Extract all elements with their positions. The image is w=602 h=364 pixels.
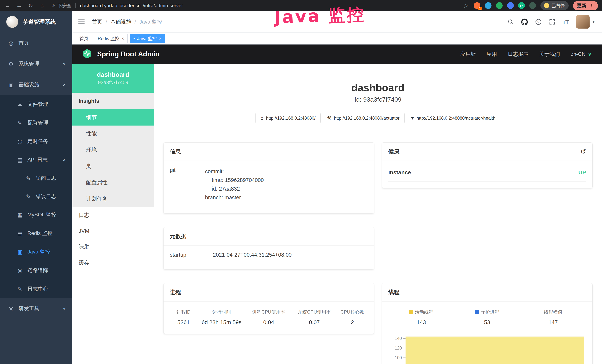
address-bar[interactable]: ⚠ 不安全 dashboard.yudao.iocoder.cn/infra/a…: [52, 3, 458, 9]
sba-nav-applications[interactable]: 应用: [487, 51, 497, 58]
extension-fox-icon[interactable]: 1: [474, 2, 480, 9]
edit-icon: ✎: [16, 120, 23, 126]
sidebar-item-file-management[interactable]: ☁ 文件管理: [0, 95, 72, 114]
app-shell: 芋道管理系统 ◎ 首页 ⚙ 系统管理 ∨ ▣ 基础设施 ∧ ☁ 文件管理: [0, 11, 602, 364]
service-url-link[interactable]: ⌂ http://192.168.0.2:48080/: [256, 113, 321, 123]
sba-language-select[interactable]: zh-CN ∨: [571, 51, 592, 57]
sidebar-item-infrastructure[interactable]: ▣ 基础设施 ∧: [0, 74, 72, 95]
bookmark-star-icon[interactable]: ☆: [462, 2, 469, 9]
sba-item-environment[interactable]: 环境: [72, 142, 154, 158]
health-url-link[interactable]: ♥ http://192.168.0.2:48080/actuator/heal…: [406, 113, 500, 123]
actuator-url-link[interactable]: ⚒ http://192.168.0.2:48080/actuator: [322, 113, 405, 123]
extension-on-toggle-icon[interactable]: on: [518, 2, 525, 9]
security-warning[interactable]: ⚠ 不安全: [52, 3, 71, 9]
git-id-line: id: 27aa832: [205, 184, 264, 193]
sidebar-item-system-management[interactable]: ⚙ 系统管理 ∨: [0, 54, 72, 74]
history-icon[interactable]: ↺: [580, 148, 586, 155]
sidebar-collapse-icon[interactable]: [78, 19, 85, 25]
sba-item-details[interactable]: 细节: [72, 109, 154, 126]
sba-item-mappings[interactable]: 映射: [72, 238, 154, 255]
sba-item-config-props[interactable]: 配置属性: [72, 174, 154, 191]
sidebar-logo[interactable]: 芋道管理系统: [0, 11, 72, 33]
link-url: http://192.168.0.2:48080/actuator: [334, 116, 399, 121]
tags-view-bar: 首页 Redis 监控 × ● Java 监控 ×: [72, 33, 602, 44]
sidebar-item-label: 文件管理: [27, 101, 48, 108]
stat-header: 运行时间: [197, 309, 246, 315]
sba-item-caches[interactable]: 缓存: [72, 255, 154, 271]
dashboard-icon: ◎: [7, 40, 14, 46]
browser-home-button[interactable]: ⌂: [39, 2, 46, 9]
sba-nav-journal[interactable]: 日志报表: [508, 51, 528, 58]
close-icon[interactable]: ×: [159, 36, 161, 41]
sba-nav-about[interactable]: 关于我们: [539, 51, 560, 58]
sba-brand-title[interactable]: Spring Boot Admin: [97, 50, 160, 58]
info-value: commit: time: 1596289704000 id: 27aa832 …: [205, 167, 264, 202]
user-avatar[interactable]: [576, 15, 590, 29]
sidebar-item-java-monitor[interactable]: ▣ Java 监控: [0, 243, 72, 261]
close-icon[interactable]: ×: [121, 36, 124, 41]
sidebar-item-redis-monitor[interactable]: ▤ Redis 监控: [0, 224, 72, 243]
threads-card: 线程 活动线程 143: [382, 283, 592, 364]
sidebar-item-log-center[interactable]: ✎ 日志中心: [0, 280, 72, 298]
y-tick-120: 120: [395, 346, 402, 351]
browser-update-button[interactable]: 更新 ⋮: [573, 1, 598, 11]
extension-tree-icon[interactable]: [529, 2, 536, 9]
sidebar-item-scheduled-tasks[interactable]: ◷ 定时任务: [0, 132, 72, 150]
health-row-instance[interactable]: Instance UP: [388, 167, 586, 182]
chevron-up-icon: ∧: [63, 158, 66, 162]
sidebar-item-home[interactable]: ◎ 首页: [0, 33, 72, 54]
face-emoji-icon: [544, 3, 549, 8]
fullscreen-icon[interactable]: [549, 19, 555, 25]
avatar-caret-icon[interactable]: ▾: [592, 20, 595, 24]
github-icon[interactable]: [521, 19, 528, 25]
extension-drop-icon[interactable]: [485, 2, 492, 9]
browser-back-button[interactable]: ←: [4, 2, 11, 9]
tab-java-monitor[interactable]: ● Java 监控 ×: [130, 34, 165, 43]
search-icon[interactable]: [507, 19, 514, 25]
sba-item-logs[interactable]: 日志: [72, 207, 154, 224]
sba-sidebar: dashboard 93a3fc7f7409 Insights 细节 性能 环境…: [72, 64, 154, 364]
legend-label: 守护进程: [481, 309, 499, 315]
tab-home[interactable]: 首页: [76, 34, 92, 43]
page-subtitle: Id: 93a3fc7f7409: [163, 96, 592, 103]
stat-system-cpu: 系统CPU使用率 0.07: [291, 309, 337, 325]
update-label: 更新: [577, 2, 586, 9]
info-row-git: git commit: time: 1596289704000 id: 27aa…: [170, 167, 368, 207]
metadata-key: startup: [170, 252, 213, 258]
sidebar-item-mysql-monitor[interactable]: ▦ MySQL 监控: [0, 205, 72, 224]
sidebar-item-access-logs[interactable]: ✎ 访问日志: [0, 169, 72, 187]
font-size-icon[interactable]: тT: [563, 19, 569, 25]
sba-item-jvm[interactable]: JVM: [72, 224, 154, 238]
breadcrumb-infrastructure[interactable]: 基础设施: [110, 18, 131, 25]
extension-grid-icon[interactable]: [507, 2, 514, 9]
language-label: zh-CN: [571, 51, 585, 57]
card-title: 线程: [388, 289, 399, 296]
breadcrumb-home[interactable]: 首页: [92, 18, 102, 25]
sidebar-item-tracing[interactable]: ◉ 链路追踪: [0, 261, 72, 280]
legend-label: 活动线程: [415, 309, 433, 315]
health-instance-label: Instance: [388, 169, 411, 176]
instance-links: ⌂ http://192.168.0.2:48080/ ⚒ http://192…: [163, 113, 592, 123]
sidebar-item-devtools[interactable]: ⚒ 研发工具 ∨: [0, 298, 72, 319]
browser-reload-button[interactable]: ↻: [27, 2, 34, 9]
paused-extension-pill[interactable]: 已暂停: [540, 1, 569, 10]
clock-icon: ◷: [16, 138, 23, 145]
instance-header[interactable]: dashboard 93a3fc7f7409: [72, 64, 154, 93]
tab-redis-monitor[interactable]: Redis 监控 ×: [94, 34, 128, 43]
sba-item-scheduled-tasks[interactable]: 计划任务: [72, 191, 154, 207]
extension-green-icon[interactable]: [496, 2, 503, 9]
sba-nav-wallboard[interactable]: 应用墙: [460, 51, 476, 58]
sba-item-classes[interactable]: 类: [72, 158, 154, 174]
toolbox-icon: ⚒: [7, 305, 14, 312]
help-icon[interactable]: ?: [535, 19, 542, 25]
card-title: 健康: [388, 148, 399, 155]
breadcrumb-separator: /: [135, 19, 136, 25]
spring-boot-admin: Spring Boot Admin 应用墙 应用 日志报表 关于我们 zh-CN…: [72, 44, 602, 364]
sidebar-item-api-logs[interactable]: ▤ API 日志 ∧: [0, 150, 72, 169]
sidebar-item-config-management[interactable]: ✎ 配置管理: [0, 114, 72, 132]
sba-logo-icon[interactable]: [82, 49, 92, 60]
browser-menu-icon[interactable]: ⋮: [589, 3, 594, 9]
sba-item-metrics[interactable]: 性能: [72, 126, 154, 142]
sidebar-item-error-logs[interactable]: ✎ 错误日志: [0, 187, 72, 205]
browser-forward-button[interactable]: →: [16, 2, 23, 9]
